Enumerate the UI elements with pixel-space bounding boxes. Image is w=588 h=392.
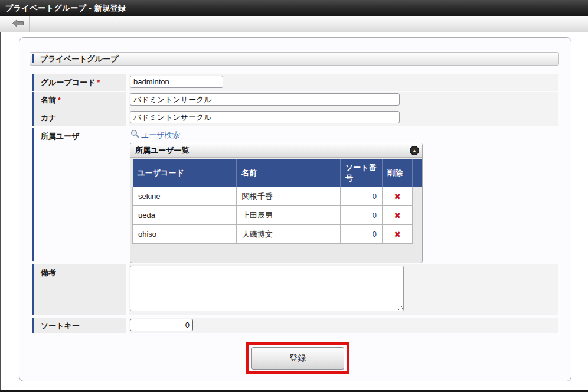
row-kana: カナ xyxy=(32,109,558,126)
back-button[interactable] xyxy=(6,16,30,32)
member-row: sekine 関根千香 0 ✖ xyxy=(133,187,422,206)
register-button[interactable]: 登録 xyxy=(251,347,344,370)
kana-input[interactable] xyxy=(130,111,400,123)
member-list-panel-header: 所属ユーザ一覧 xyxy=(130,143,422,158)
col-header-user-code: ユーザコード xyxy=(133,159,237,187)
member-list-title: 所属ユーザ一覧 xyxy=(135,146,190,155)
member-name: 関根千香 xyxy=(237,187,341,206)
user-search-link[interactable]: ユーザ検索 xyxy=(130,129,180,141)
name-label: 名前* xyxy=(32,92,126,109)
name-input[interactable] xyxy=(130,93,400,106)
members-label: 所属ユーザ xyxy=(32,128,126,261)
section-header: プライベートグループ xyxy=(30,52,559,66)
member-name: 上田辰男 xyxy=(237,206,341,225)
delete-member-icon[interactable]: ✖ xyxy=(394,211,401,220)
user-search-label: ユーザ検索 xyxy=(141,130,180,141)
submit-highlight-annotation: 登録 xyxy=(246,342,349,374)
chevron-up-icon: ▲ xyxy=(412,148,417,153)
required-mark: * xyxy=(97,79,100,87)
window-titlebar: プライベートグループ - 新規登録 xyxy=(0,0,588,16)
member-sort-number: 0 xyxy=(341,225,383,244)
kana-label: カナ xyxy=(32,109,126,126)
member-name: 大磯博文 xyxy=(237,225,341,244)
section-title: プライベートグループ xyxy=(40,53,118,65)
member-table: ユーザコード 名前 ソート番号 削除 sekine 関根千香 0 ✖ xyxy=(132,159,422,244)
sort-key-label: ソートキー xyxy=(32,318,126,333)
delete-member-icon[interactable]: ✖ xyxy=(394,192,401,201)
row-group-code: グループコード* xyxy=(32,74,558,91)
search-icon xyxy=(130,129,139,141)
col-header-filler xyxy=(413,159,422,187)
sort-key-input[interactable] xyxy=(130,319,193,331)
group-code-input[interactable] xyxy=(130,76,223,88)
member-sort-number: 0 xyxy=(341,206,383,225)
arrow-left-icon xyxy=(12,19,24,30)
delete-member-icon[interactable]: ✖ xyxy=(394,230,401,239)
page-left-border xyxy=(0,32,1,390)
section-accent-bar xyxy=(32,54,34,63)
page-title: プライベートグループ - 新規登録 xyxy=(5,4,126,12)
form-container: プライベートグループ グループコード* 名前* カナ 所属ユーザ xyxy=(19,37,571,381)
row-members: 所属ユーザ ユーザ検索 所属ユーザ一覧 ▲ xyxy=(32,128,558,261)
member-list-panel: 所属ユーザ一覧 ▲ ユーザコード 名前 ソート番号 削除 xyxy=(130,143,423,263)
remarks-label: 備考 xyxy=(32,264,126,315)
member-row: ueda 上田辰男 0 ✖ xyxy=(133,206,422,225)
col-header-delete: 削除 xyxy=(383,159,413,187)
member-user-code: ohiso xyxy=(133,225,237,244)
row-sort-key: ソートキー xyxy=(32,318,558,333)
member-row: ohiso 大磯博文 0 ✖ xyxy=(133,225,422,244)
collapse-panel-button[interactable]: ▲ xyxy=(410,146,419,155)
bottom-footer-edge xyxy=(0,390,588,392)
col-header-sort: ソート番号 xyxy=(341,159,383,187)
remarks-textarea[interactable] xyxy=(130,266,404,311)
required-mark: * xyxy=(58,96,61,104)
member-table-header-row: ユーザコード 名前 ソート番号 削除 xyxy=(133,159,422,187)
group-code-label: グループコード* xyxy=(32,74,126,91)
row-remarks: 備考 xyxy=(32,264,558,315)
col-header-name: 名前 xyxy=(237,159,341,187)
member-user-code: ueda xyxy=(133,206,237,225)
toolbar xyxy=(0,16,588,32)
member-user-code: sekine xyxy=(133,187,237,206)
member-sort-number: 0 xyxy=(341,187,383,206)
row-name: 名前* xyxy=(32,92,558,109)
